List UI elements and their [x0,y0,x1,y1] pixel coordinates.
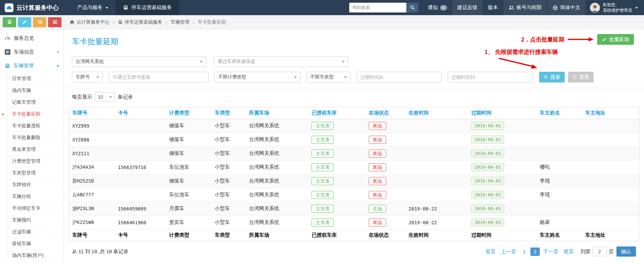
language-button[interactable]: 简体中文 [548,0,586,15]
batch-extend-button[interactable]: 批量延期 [597,34,634,45]
pagination-item[interactable]: 首页 [483,247,497,256]
status-badge: 2019-09-01 [471,163,504,171]
sidebar-subitem[interactable]: 车牌校对 [0,179,64,191]
sidebar-subitem[interactable]: 场内车辆 [0,85,64,96]
chevron-down-icon [342,61,345,63]
table-row[interactable]: 沪A34A341566379710车位池车小型车台湾网关系统主车库离场2019-… [69,160,639,174]
sidebar-subitem[interactable]: 计费类型管理 [0,155,64,167]
search-button[interactable]: 搜索 [539,72,565,82]
sidebar-item-lot-info[interactable]: P 车场信息 ▾ [0,45,64,59]
sidebar-subitem[interactable]: 车卡批量删除 [0,132,64,143]
table-row[interactable]: XYZ111储值车小型车台湾网关系统主车库离场2019-09-01 [69,146,639,160]
help-search-button[interactable] [406,3,418,12]
sidebar-subitem[interactable]: 场内车辆(用户) [0,250,64,261]
table-row[interactable]: 苏H252SD储值车小型车台湾网关系统主车库离场2019-09-01李现 [69,174,639,188]
table-cell: 台湾网关系统 [246,160,309,174]
confirm-button[interactable]: 确认 [616,246,636,257]
search-field-select[interactable]: 车牌号 [72,72,103,82]
pagination-item[interactable]: 上一页 [499,247,518,256]
menu-products[interactable]: 产品与服务 [70,0,116,15]
table-row[interactable]: XYZ999储值车小型车台湾网关系统主车库离场2019-09-01 [69,119,639,133]
status-badge: 2019-09-01 [471,218,504,227]
per-page-select[interactable]: 10 [95,92,115,102]
table-cell: 2019-08-22 [405,216,468,229]
table-row[interactable]: 沪K22SW81566461960贵宾车小型车台湾网关系统主车库离场2019-0… [69,216,639,229]
sidebar-subitem[interactable]: 过滤车辆 [0,226,64,238]
sidebar-subitem[interactable]: 车类型管理 [0,167,64,179]
breadcrumb-service[interactable]: 停车运营基础服务 [118,19,162,25]
pagination-item[interactable]: 尾页 [562,247,576,256]
table-cell: 离场 [365,133,405,146]
table-row[interactable]: XYZ888储值车小型车台湾网关系统主车库离场2019-09-01 [69,133,639,146]
expire-to-input[interactable] [448,72,533,82]
menu-label: 停车运营基础服务 [131,4,172,11]
chevron-down-icon [106,7,108,9]
bus-icon [118,20,123,25]
sidebar-subitem[interactable]: 车卡批量授权 [0,120,64,132]
reset-button[interactable]: 重置 [568,72,594,82]
account-button[interactable]: 账号与权限 [504,0,547,15]
table-cell: 离场 [365,216,405,229]
status-badge: 主车库 [312,150,334,158]
column-header: 车牌号 [69,229,115,241]
feedback-button[interactable]: 建议反馈 [452,0,483,15]
quick-list-button[interactable] [33,17,46,27]
quick-menu-button[interactable] [48,17,62,27]
quick-car-button[interactable] [3,17,16,27]
user-menu[interactable]: 欢迎您, 系统维护管理员 [586,0,644,15]
chevron-down-icon [635,7,638,9]
sidebar-subitem[interactable]: 车辆分组 [0,191,64,202]
table-cell: 2019-09-01 [468,216,536,229]
sidebar-subitem[interactable]: 车卡批量延期 [0,108,64,120]
version-button[interactable]: 版本 [483,0,503,15]
fee-type-select[interactable]: 不限计费类型 [214,72,300,82]
breadcrumb-vehicle-mgmt[interactable]: 车辆管理 [170,19,189,25]
system-select[interactable]: 台湾网关系统 [72,56,206,67]
table-cell [582,216,639,229]
expire-from-input[interactable] [357,72,442,82]
quick-edit-button[interactable] [18,17,31,27]
table-cell: 小型车 [211,119,246,133]
sidebar-subitem[interactable]: 黑名单管理 [0,143,64,155]
sidebar-subitem[interactable]: 记账车管理 [0,96,64,108]
breadcrumb-home[interactable]: 云计算服务中心 [70,19,110,25]
table-cell: 2019-09-01 [468,133,536,146]
table-cell: 沪K22SW8 [69,216,115,229]
welcome-username: 系统维护管理员 [603,8,633,13]
menu-parking-service[interactable]: 停车运营基础服务 [116,0,179,15]
table-cell: 台湾网关系统 [246,119,309,133]
table-cell [582,133,639,146]
table-cell: 2019-08-22 [405,202,468,216]
sidebar-item-vehicle-mgmt[interactable]: 车辆管理 ▾ [0,59,64,73]
table-cell: 小型车 [211,133,246,146]
table-cell: 台湾网关系统 [246,133,309,146]
column-header: 车主姓名 [536,229,582,241]
sidebar-subitem[interactable]: 容错车辆 [0,238,64,250]
quick-actions [0,17,64,27]
pagination-item[interactable]: 1 [519,247,529,256]
plate-search-input[interactable] [109,72,208,82]
table-cell [582,174,639,188]
garage-filter-select[interactable]: 通过车库快速筛选 [214,56,348,67]
table-cell: 离场 [365,146,405,160]
status-badge: 主车库 [312,205,334,213]
sidebar-subitem[interactable]: 车辆预约 [0,214,64,226]
table-cell: 小型车 [211,216,246,229]
sidebar-subitem[interactable]: 手动绑定车卡 [0,202,64,214]
sidebar-item-overview[interactable]: 服务总览 [0,31,64,45]
table-row[interactable]: 浙P23L3N1566459609月票车小型车台湾网关系统主车库在场2019-0… [69,202,639,216]
table-cell: 车位池车 [166,188,211,202]
help-search-input[interactable] [349,3,406,12]
account-label: 账号与权限 [517,4,542,11]
pagination-item[interactable]: 下一页 [541,247,560,256]
table-cell: 贵宾车 [166,216,211,229]
vehicle-type-select[interactable]: 不限车类型 [307,72,351,82]
notice-button[interactable]: 通知 0 [422,0,452,15]
table-row[interactable]: 云ABC777车位池车小型车台湾网关系统主车库离场2019-09-01李现 [69,188,639,202]
table-cell [582,119,639,133]
sidebar-subitem[interactable]: 日常管理 [0,73,64,85]
per-page-suffix: 条记录 [118,94,133,100]
brand[interactable]: 云计算服务中心 [0,0,70,15]
goto-page-input[interactable] [593,247,607,256]
pagination-item[interactable]: 2 [530,247,540,256]
